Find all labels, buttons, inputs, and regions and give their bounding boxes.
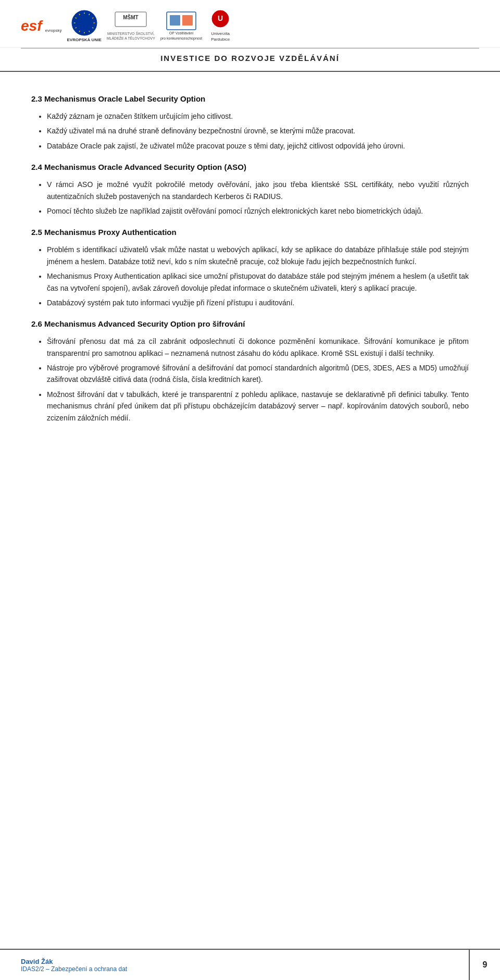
footer-page-number: 9 [469, 950, 500, 980]
list-item: Možnost šifrování dat v tabulkách, které… [47, 389, 469, 424]
esf-sub: evropský [45, 28, 61, 33]
list-item: Databázový systém pak tuto informaci vyu… [47, 297, 469, 308]
upce-label: UniverzitaPardubice [211, 31, 230, 42]
list-item: V rámci ASO je možné využít pokročilé me… [47, 179, 469, 202]
list-item: Mechanismus Proxy Authentication aplikac… [47, 270, 469, 294]
svg-rect-16 [170, 15, 180, 26]
section-2-3: 2.3 Mechanismus Oracle Label Security Op… [31, 93, 469, 152]
page-header: esf evropský [0, 0, 500, 48]
svg-text:U: U [218, 14, 223, 22]
list-item: Databáze Oracle pak zajistí, že uživatel… [47, 140, 469, 152]
section-2-5: 2.5 Mechanismus Proxy Authentication Pro… [31, 226, 469, 308]
footer-author: David Žák [21, 958, 448, 965]
list-item: Pomocí těchto služeb lze například zajis… [47, 205, 469, 217]
msmt-icon: MŠMT [113, 11, 149, 32]
page-subtitle: INVESTICE DO ROZVOJE VZDĚLÁVÁNÍ [0, 48, 500, 72]
section-2-4-title: 2.4 Mechanismus Oracle Advanced Security… [31, 161, 469, 173]
main-content: 2.3 Mechanismus Oracle Label Security Op… [0, 72, 500, 469]
list-item: Každý záznam je označen štítkem určující… [47, 110, 469, 122]
svg-rect-17 [182, 15, 193, 26]
list-item: Problém s identifikací uživatelů však mů… [47, 244, 469, 267]
section-2-6-list: Šifrování přenosu dat má za cíl zabránit… [47, 336, 469, 424]
eu-stars-icon [71, 9, 98, 36]
upce-logo: U UniverzitaPardubice [207, 9, 233, 42]
page-footer: David Žák IDAS2/2 – Zabezpečení a ochran… [0, 949, 500, 980]
eu-logo: EVROPSKÁ UNIE [67, 9, 101, 42]
section-2-6: 2.6 Mechanismus Advanced Security Option… [31, 318, 469, 424]
section-2-3-list: Každý záznam je označen štítkem určující… [47, 110, 469, 152]
op-logo: OP Vzdělávánípro konkurenceschopnost [160, 11, 202, 40]
svg-point-0 [72, 10, 97, 35]
section-2-6-title: 2.6 Mechanismus Advanced Security Option… [31, 318, 469, 330]
esf-logo: esf evropský [21, 19, 61, 33]
list-item: Nástroje pro výběrové programové šifrová… [47, 362, 469, 386]
list-item: Každý uživatel má na druhé straně defino… [47, 125, 469, 137]
footer-course: IDAS2/2 – Zabezpečení a ochrana dat [21, 965, 448, 973]
section-2-4-list: V rámci ASO je možné využít pokročilé me… [47, 179, 469, 217]
logos-container: esf evropský [21, 9, 233, 42]
section-2-5-list: Problém s identifikací uživatelů však mů… [47, 244, 469, 308]
svg-text:MŠMT: MŠMT [123, 14, 139, 20]
eu-label: EVROPSKÁ UNIE [67, 38, 101, 42]
section-2-4: 2.4 Mechanismus Oracle Advanced Security… [31, 161, 469, 217]
upce-icon: U [207, 9, 233, 31]
msmt-label: MINISTERSTVO ŠKOLSTVÍ,MLÁDEŽE A TĚLOVÝCH… [107, 32, 155, 41]
msmt-logo: MŠMT MINISTERSTVO ŠKOLSTVÍ,MLÁDEŽE A TĚL… [107, 11, 155, 41]
list-item: Šifrování přenosu dat má za cíl zabránit… [47, 336, 469, 359]
footer-info: David Žák IDAS2/2 – Zabezpečení a ochran… [0, 950, 469, 980]
op-label: OP Vzdělávánípro konkurenceschopnost [160, 31, 202, 40]
esf-letters: esf [21, 19, 42, 33]
section-2-3-title: 2.3 Mechanismus Oracle Label Security Op… [31, 93, 469, 105]
op-icon [166, 11, 197, 31]
section-2-5-title: 2.5 Mechanismus Proxy Authentication [31, 226, 469, 239]
